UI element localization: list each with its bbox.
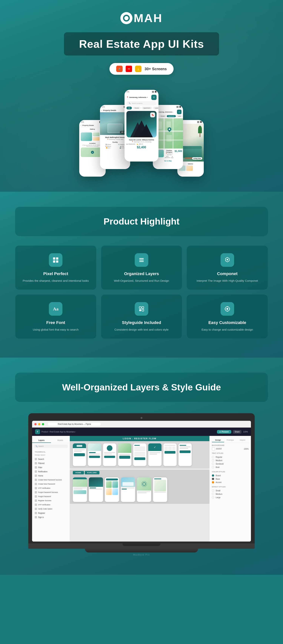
sidebar-item-filtered[interactable]: Filtered — [32, 461, 70, 465]
styleguide-icon — [135, 302, 148, 316]
background-control: Background FFFFF 100% — [212, 444, 249, 450]
title-badge: Real Estate App UI Kits — [64, 32, 219, 56]
close-dot[interactable] — [34, 423, 36, 425]
home-tab-button[interactable]: HOME — [73, 471, 84, 474]
pixel-perfect-desc: Provides the sharpest, cleanest and inte… — [21, 278, 90, 283]
tab-house[interactable]: House — [133, 106, 141, 110]
effect-styles-label: Effect Styles — [212, 486, 249, 488]
laptop-stand — [85, 549, 198, 552]
color-style-brand[interactable]: Brand — [212, 474, 249, 477]
sidebar-item-create-pwd[interactable]: Create New Password — [32, 482, 70, 486]
svg-rect-6 — [139, 261, 144, 262]
free-font-desc: Using global font that easy to search — [21, 328, 90, 332]
phones-container: 9:41▌▌ ⬛ ‹ Property Details ⊞ Gallery — [0, 97, 283, 176]
canvas-home-thumb-1 — [73, 478, 87, 502]
design-panel-tab[interactable]: Design — [212, 438, 224, 442]
sidebar-item-verify-code[interactable]: Verify Code Option — [32, 507, 70, 511]
sidebar-item-forgot-pwd[interactable]: Forgot Password — [32, 494, 70, 498]
laptop-toolbar: Real Estate App by Aksantara — Figma — [32, 421, 251, 428]
effect-style-large[interactable]: Large — [212, 496, 249, 499]
layers-tab[interactable]: Layers — [32, 438, 51, 443]
logo-container: MAH — [0, 11, 283, 25]
sidebar-item-filter[interactable]: Filter — [32, 465, 70, 470]
background-hex: FFFFF — [216, 448, 222, 450]
tools-badge: Xd 30+ Screens — [110, 63, 174, 75]
phone2-header: Property Details — [103, 110, 116, 111]
text-style-bold[interactable]: Bold — [212, 466, 249, 469]
sidebar-item-signin[interactable]: Sign in — [32, 515, 70, 519]
feature-styleguide: Styleguide Included Consistent design wi… — [101, 294, 182, 339]
sidebar-item-home[interactable]: Home — [32, 474, 70, 478]
svg-rect-11 — [142, 309, 144, 311]
phone-frame-3: 9:41▌▌ ⬛ 📍 Semarang, Indonesia ▾ Y 🔍 — [124, 90, 158, 162]
laptop-screen-frame: Real Estate App by Aksantara — Figma F P… — [28, 413, 255, 544]
component-icon — [220, 253, 234, 267]
sidebar-item-create-pwd-success[interactable]: Create New Password Success — [32, 478, 70, 482]
color-style-base[interactable]: Base — [212, 477, 249, 480]
prototype-panel-tab[interactable]: Prototype — [224, 438, 236, 442]
right-panel: Design Prototype Inspect Background FFFF… — [210, 436, 251, 542]
free-font-title: Free Font — [21, 320, 90, 325]
pixel-perfect-title: Pixel Perfect — [21, 271, 90, 276]
sidebar-item-register-success[interactable]: Register Success — [32, 498, 70, 503]
canvas-thumb-7 — [164, 444, 176, 466]
share-button[interactable]: Share — [233, 430, 242, 434]
free-font-icon: Aa — [49, 302, 62, 316]
sidebar-item-search[interactable]: Search — [32, 457, 70, 461]
explore-tab-button[interactable]: EXPLORE — [85, 471, 100, 474]
phone-screen-3: 9:41▌▌ ⬛ 📍 Semarang, Indonesia ▾ Y 🔍 — [124, 90, 158, 162]
effect-style-medium[interactable]: Medium — [212, 492, 249, 496]
feature-component: Componet Interpret The Image With High-Q… — [186, 246, 268, 290]
sidebar-item-forgot-pwd-success[interactable]: Forgot Password Success — [32, 490, 70, 494]
pixel-perfect-icon — [49, 253, 62, 267]
tab-all[interactable]: All — [126, 106, 132, 110]
svg-point-16 — [224, 308, 226, 310]
sidebar-item-notification[interactable]: Notification — [32, 470, 70, 474]
app-bar: F Product › Real Estate App by Aksantara… — [32, 428, 251, 436]
phone3-prop-name: Casa De Leone: Mikasa Darima — [126, 139, 156, 141]
inspect-panel-tab[interactable]: Inspect — [236, 438, 249, 442]
laptop-camera — [140, 417, 142, 419]
text-style-semibold[interactable]: Semibold — [212, 462, 249, 466]
living-badge: Living room — [192, 157, 202, 160]
background-color-swatch[interactable] — [212, 448, 215, 450]
laptop-canvas: LOGIN - REGISTER FLOW — [70, 436, 210, 542]
text-style-regular[interactable]: Regular — [212, 455, 249, 459]
svg-point-14 — [227, 306, 228, 307]
background-label: Background — [212, 444, 249, 446]
layers-search[interactable]: 🔍Search — [34, 444, 68, 448]
effect-styles-section: Effect Styles Small Medium — [212, 486, 249, 499]
sidebar-item-otp-1[interactable]: OTP Verification — [32, 486, 70, 490]
effect-style-small[interactable]: Small — [212, 489, 249, 492]
canvas-thumb-2 — [88, 444, 101, 466]
features-grid: Pixel Perfect Provides the sharpest, cle… — [15, 246, 268, 339]
phone1-header: Property Details — [82, 124, 94, 126]
tab-land[interactable]: Land — [153, 106, 158, 110]
feature-easy-customizable: Easy Customizable Easy to change and cus… — [186, 294, 268, 339]
styleguide-title: Styleguide Included — [107, 320, 176, 325]
organized-layers-icon — [135, 253, 148, 267]
styleguide-desc: Consistent design with text and colors s… — [107, 328, 176, 332]
tab-apartment[interactable]: Apartment — [142, 106, 152, 110]
canvas-thumb-1 — [73, 444, 86, 466]
svg-rect-8 — [139, 306, 141, 308]
laptop-sidebar: Layers Assets 🔍Search Thumbnail Design S… — [32, 436, 70, 542]
assets-tab[interactable]: Assets — [51, 438, 70, 443]
component-desc: Interpret The Image With High-Quality Co… — [192, 278, 262, 283]
svg-rect-3 — [56, 260, 58, 263]
url-bar[interactable]: Real Estate App by Aksantara — Figma — [48, 422, 101, 426]
sidebar-label: Thumbnail — [32, 450, 70, 454]
text-styles-label: Text Styles — [212, 452, 249, 454]
sidebar-item-otp-2[interactable]: OTP Verification — [32, 503, 70, 507]
minimize-dot[interactable] — [38, 423, 40, 425]
text-style-medium[interactable]: Medium — [212, 459, 249, 462]
color-style-accent[interactable]: Accent — [212, 480, 249, 484]
svg-rect-4 — [139, 258, 144, 259]
canvas-thumb-5 — [133, 444, 146, 466]
phone-3: 9:41▌▌ ⬛ 📍 Semarang, Indonesia ▾ Y 🔍 — [124, 90, 158, 162]
hero-section: MAH Real Estate App UI Kits Xd — [0, 0, 283, 192]
maximize-dot[interactable] — [42, 423, 44, 425]
sidebar-item-register[interactable]: Register — [32, 511, 70, 515]
present-button[interactable]: ▷ Present — [217, 430, 231, 434]
logo-text: MAH — [134, 11, 162, 25]
